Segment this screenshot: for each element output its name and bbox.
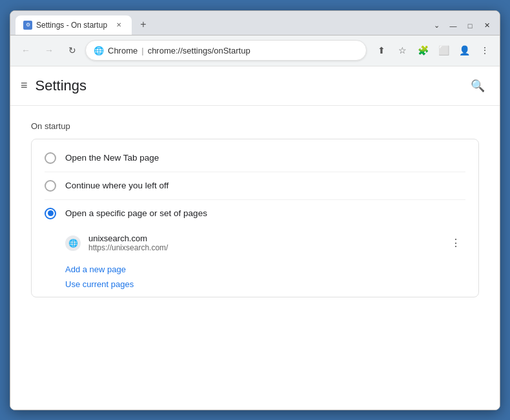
action-links: Add a new page Use current pages [32, 259, 478, 292]
address-actions: ⬆ ☆ 🧩 ⬜ 👤 ⋮ [372, 41, 495, 60]
new-tab-button[interactable]: + [134, 15, 152, 34]
option-new-tab-label: Open the New Tab page [65, 153, 159, 163]
option-continue-label: Continue where you left off [65, 181, 168, 190]
option-new-tab[interactable]: Open the New Tab page [32, 145, 478, 172]
page-entry-info: unixsearch.com https://unixsearch.com/ [88, 234, 438, 252]
main-content: ≡ Settings 🔍 PC On startup Open the New … [10, 66, 500, 410]
option-specific-label: Open a specific page or set of pages [65, 208, 207, 218]
forward-button[interactable]: → [39, 40, 59, 61]
tab-close-button[interactable]: ✕ [114, 20, 124, 30]
close-button[interactable]: ✕ [479, 19, 495, 32]
address-bar: ← → ↻ 🌐 Chrome | chrome://settings/onSta… [10, 35, 500, 66]
minimize-button[interactable]: — [445, 19, 461, 32]
chrome-label: Chrome [108, 46, 138, 55]
back-button[interactable]: ← [15, 40, 36, 61]
url-text: chrome://settings/onStartup [148, 46, 250, 55]
settings-content: PC On startup Open the New Tab page Cont… [10, 106, 500, 313]
split-button[interactable]: ⬜ [434, 41, 453, 60]
profile-button[interactable]: 👤 [454, 41, 474, 60]
bookmark-button[interactable]: ☆ [393, 41, 412, 60]
options-card: Open the New Tab page Continue where you… [31, 139, 479, 297]
extensions-button[interactable]: 🧩 [413, 41, 433, 60]
active-tab[interactable]: ⚙ Settings - On startup ✕ [15, 15, 132, 35]
search-button[interactable]: 🔍 [466, 74, 489, 97]
menu-button[interactable]: ⋮ [475, 41, 495, 60]
menu-icon[interactable]: ≡ [21, 79, 28, 92]
page-entry-more-button[interactable]: ⋮ [446, 234, 465, 253]
chevron-button[interactable]: ⌄ [429, 19, 444, 32]
address-input[interactable]: 🌐 Chrome | chrome://settings/onStartup [85, 40, 367, 61]
reload-button[interactable]: ↻ [62, 40, 83, 61]
settings-title-area: ≡ Settings [21, 77, 87, 94]
use-current-pages-link[interactable]: Use current pages [65, 279, 465, 289]
page-title: Settings [36, 77, 87, 94]
page-entry: 🌐 unixsearch.com https://unixsearch.com/… [32, 227, 478, 259]
section-label: On startup [31, 121, 479, 131]
page-entry-url: https://unixsearch.com/ [88, 243, 438, 252]
share-button[interactable]: ⬆ [372, 41, 391, 60]
radio-specific[interactable] [45, 208, 56, 219]
title-bar: ⚙ Settings - On startup ✕ + ⌄ — □ ✕ [10, 11, 500, 35]
radio-continue[interactable] [45, 180, 56, 192]
settings-header: ≡ Settings 🔍 [10, 66, 500, 106]
separator: | [141, 46, 143, 55]
browser-window: ⚙ Settings - On startup ✕ + ⌄ — □ ✕ ← → … [10, 10, 500, 410]
globe-icon: 🌐 [94, 46, 104, 55]
option-specific[interactable]: Open a specific page or set of pages [32, 200, 478, 227]
page-entry-favicon: 🌐 [65, 235, 81, 251]
option-continue[interactable]: Continue where you left off [32, 172, 478, 199]
add-new-page-link[interactable]: Add a new page [65, 265, 465, 274]
tab-title: Settings - On startup [36, 21, 110, 30]
window-controls: ⌄ — □ ✕ [429, 19, 495, 32]
radio-new-tab[interactable] [45, 152, 56, 164]
page-entry-name: unixsearch.com [88, 234, 438, 243]
tab-favicon: ⚙ [23, 21, 32, 30]
maximize-button[interactable]: □ [462, 19, 478, 32]
